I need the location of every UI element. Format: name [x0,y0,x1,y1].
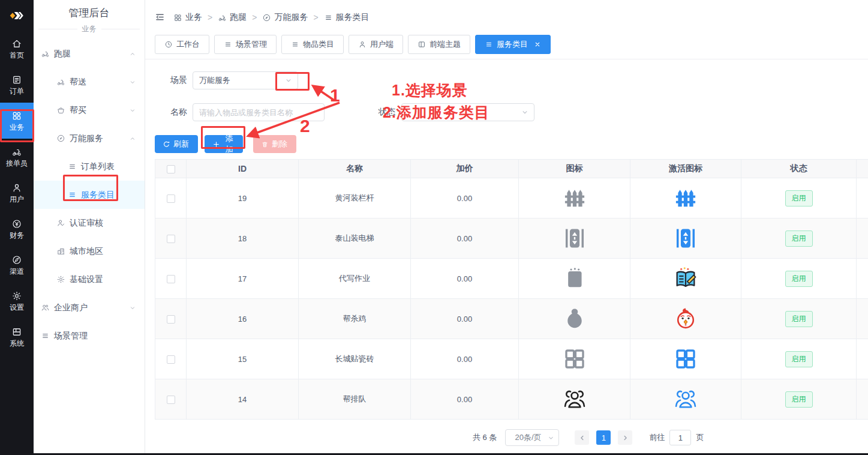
row-extra-cell [857,178,868,218]
clock-icon [164,40,173,49]
sidebar-item-user[interactable]: 用户 [0,175,34,211]
tab-goods-category[interactable]: 物品类目 [281,35,344,54]
gear-icon [11,291,22,301]
sidebar-item-finance[interactable]: 财务 [0,211,34,247]
row-checkbox-cell [155,178,187,218]
row-active-icon-cell [630,379,741,420]
system-icon [11,327,22,337]
breadcrumb: 业务>跑腿>万能服务>服务类目 [173,12,370,23]
toolbar: 刷新 添加 删除 [155,135,868,153]
row-active-icon-cell [630,299,741,339]
menu-item-auth-review[interactable]: 认证审核 [34,209,145,237]
menu-item-enterprise[interactable]: 企业商户 [34,294,145,322]
tab-label: 工作台 [176,39,200,50]
sidebar-item-system[interactable]: 系统 [0,319,34,355]
trash-icon [261,140,269,148]
page-size-value: 20条/页 [515,432,541,443]
row-extra-cell [857,379,868,420]
collapse-sidebar-button[interactable] [155,12,165,22]
chevron-up-icon [129,135,136,142]
sidebar-item-business[interactable]: 业务 [0,103,34,139]
tab-user-client[interactable]: 用户端 [349,35,403,54]
tab-label: 场景管理 [236,39,267,50]
prev-page-button[interactable] [575,430,589,445]
row-status-cell: 启用 [741,339,857,379]
delete-button[interactable]: 删除 [253,135,296,153]
name-label: 名称 [155,107,193,118]
menu-item-wanneng-service[interactable]: 万能服务 [34,124,145,152]
sidebar-item-label: 订单 [10,87,24,95]
row-name: 帮杀鸡 [299,299,411,339]
tab-scene-manage[interactable]: 场景管理 [214,35,277,54]
breadcrumb-item-3[interactable]: 服务类目 [324,12,370,23]
sidebar-item-order[interactable]: 订单 [0,67,34,103]
row-checkbox[interactable] [167,396,175,404]
menu-item-scene-manage[interactable]: 场景管理 [34,322,145,350]
list-icon [291,40,299,49]
breadcrumb-label: 业务 [185,12,202,23]
breadcrumb-item-2[interactable]: 万能服务 [262,12,308,23]
row-icon-cell [519,218,630,259]
row-checkbox-cell [155,339,187,379]
column-header-5: 状态 [741,160,857,178]
sidebar-item-channel[interactable]: 渠道 [0,247,34,283]
tab-service-category[interactable]: 服务类目 [475,35,551,54]
menu-item-basic-settings[interactable]: 基础设置 [34,265,145,294]
chevron-down-icon [521,108,529,116]
order-icon [11,74,22,85]
tab-front-theme[interactable]: 前端主题 [408,35,470,54]
goto-page-input[interactable] [669,430,691,445]
tiles-icon [673,346,698,372]
notebook-color-icon [673,266,698,291]
fence-icon [673,185,698,211]
menu-item-bangmai[interactable]: 帮买 [34,96,145,124]
sidebar-item-home[interactable]: 首页 [0,31,34,67]
notebook-icon [562,266,587,291]
compass-icon [56,134,65,143]
column-header-2: 加价 [411,160,519,178]
add-button[interactable]: 添加 [205,135,243,153]
row-id: 18 [187,218,299,259]
sidebar-item-settings[interactable]: 设置 [0,283,34,319]
next-page-button[interactable] [618,430,632,445]
row-checkbox[interactable] [167,194,175,203]
row-icon-cell [519,178,630,218]
breadcrumb-item-1[interactable]: 跑腿 [218,12,247,23]
menu-item-paotui[interactable]: 跑腿 [34,40,145,68]
tab-label: 服务类目 [497,39,528,50]
sidebar-item-label: 业务 [10,123,24,131]
grid-icon [11,110,22,121]
row-price: 0.00 [411,299,519,339]
menu-item-city-region[interactable]: 城市地区 [34,237,145,265]
refresh-button[interactable]: 刷新 [155,135,198,153]
menu-item-service-category[interactable]: 服务类目 [34,181,145,209]
scene-select-value: 万能服务 [199,75,230,86]
row-checkbox[interactable] [167,275,175,283]
menu-item-bangsong[interactable]: 帮送 [34,68,145,96]
queue-icon [562,387,587,412]
page-number-button[interactable]: 1 [596,430,611,445]
tab-workbench[interactable]: 工作台 [155,35,209,54]
page-size-select[interactable]: 20条/页 [505,429,559,446]
menu-item-order-list[interactable]: 订单列表 [34,152,145,181]
channel-icon [11,255,22,265]
app-logo[interactable] [7,0,26,31]
select-all-checkbox[interactable] [167,165,175,173]
users-icon [41,303,50,312]
row-checkbox[interactable] [167,315,175,324]
chevron-down-icon [284,76,293,85]
scene-select[interactable]: 万能服务 [193,71,298,89]
row-checkbox-cell [155,218,187,259]
tab-bar: 工作台场景管理物品类目用户端前端主题服务类目 [145,35,868,59]
status-select[interactable] [401,103,534,121]
row-checkbox[interactable] [167,235,175,243]
menu-item-label: 跑腿 [54,49,71,59]
rider-icon [218,13,227,22]
elevator-icon [562,226,587,251]
row-checkbox[interactable] [167,355,175,364]
name-input[interactable] [199,108,318,117]
menu-item-label: 基础设置 [70,274,103,285]
list-icon [324,13,333,22]
sidebar-item-rider[interactable]: 接单员 [0,139,34,175]
breadcrumb-item-0[interactable]: 业务 [173,12,202,23]
